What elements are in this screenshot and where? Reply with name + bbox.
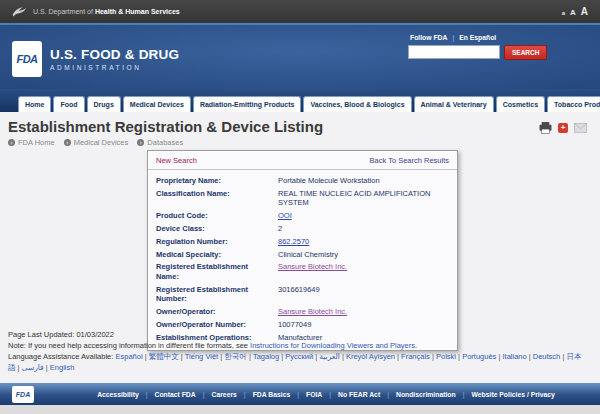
breadcrumb-bullet-icon: › bbox=[64, 139, 71, 146]
language-assistance-label: Language Assistance Available: bbox=[8, 352, 113, 361]
footer-link-contact-fda[interactable]: Contact FDA bbox=[155, 391, 196, 398]
breadcrumb-item-medical-devices[interactable]: ›Medical Devices bbox=[64, 138, 129, 147]
footer-fda-logo[interactable]: FDA bbox=[12, 386, 34, 403]
hhs-eagle-icon bbox=[12, 5, 27, 18]
row-value: Clinical Chemistry bbox=[278, 250, 449, 260]
row-value: 2 bbox=[278, 224, 449, 234]
nav-tab-radiation-emitting-products[interactable]: Radiation-Emitting Products bbox=[193, 96, 302, 112]
language-link-6[interactable]: العربية bbox=[319, 352, 340, 361]
note-suffix: . bbox=[415, 341, 417, 350]
row-value-link[interactable]: Sansure Biotech Inc. bbox=[278, 307, 347, 316]
hhs-department-text: U.S. Department of Health & Human Servic… bbox=[33, 8, 180, 15]
footer-link-separator: | bbox=[203, 391, 205, 398]
nav-tab-drugs[interactable]: Drugs bbox=[87, 96, 121, 112]
language-link-ti-ng-vi-t[interactable]: Tiếng Việt bbox=[185, 352, 218, 361]
language-link-english[interactable]: English bbox=[50, 363, 75, 372]
file-formats-note: Note: If you need help accessing informa… bbox=[8, 341, 586, 352]
follow-fda-link[interactable]: Follow FDA bbox=[410, 34, 447, 41]
language-link-italiano[interactable]: Italiano bbox=[502, 352, 526, 361]
row-label: Regulation Number: bbox=[156, 237, 278, 247]
share-icon[interactable]: + bbox=[558, 123, 568, 133]
row-label: Registered Establishment Number: bbox=[156, 285, 278, 304]
row-value: Sansure Biotech Inc. bbox=[278, 307, 449, 317]
language-link-tagalog[interactable]: Tagalog bbox=[253, 352, 279, 361]
header-links-divider: | bbox=[452, 34, 454, 41]
row-value: Portable Molecule Workstation bbox=[278, 176, 449, 186]
table-row: Device Class:2 bbox=[156, 222, 449, 235]
footer-link-website-policies-privacy[interactable]: Website Policies / Privacy bbox=[471, 391, 554, 398]
nav-tab-medical-devices[interactable]: Medical Devices bbox=[123, 96, 191, 112]
footer-link-nondiscrimination[interactable]: Nondiscrimination bbox=[396, 391, 456, 398]
hhs-branding[interactable]: U.S. Department of Health & Human Servic… bbox=[12, 5, 180, 18]
page-footer: FDA Accessibility|Contact FDA|Careers|FD… bbox=[0, 383, 600, 405]
footer-link-fda-basics[interactable]: FDA Basics bbox=[253, 391, 291, 398]
row-value-link[interactable]: Sansure Biotech Inc. bbox=[278, 262, 347, 271]
nav-tab-tobacco-products[interactable]: Tobacco Products bbox=[547, 96, 600, 112]
nav-tab-home[interactable]: Home bbox=[18, 96, 51, 112]
row-label: Classification Name: bbox=[156, 189, 278, 208]
panel-body: Proprietary Name:Portable Molecule Works… bbox=[148, 170, 457, 350]
agency-name: U.S. FOOD & DRUG ADMINISTRATION bbox=[50, 47, 179, 71]
language-link-3[interactable]: 한국어 bbox=[224, 352, 247, 361]
search-input[interactable] bbox=[408, 45, 500, 59]
bottom-strip bbox=[0, 405, 600, 414]
row-value-link[interactable]: OOI bbox=[278, 211, 292, 220]
table-row: Registered Establishment Name:Sansure Bi… bbox=[156, 261, 449, 283]
breadcrumb-bullet-icon: › bbox=[8, 139, 15, 146]
row-label: Device Class: bbox=[156, 224, 278, 234]
back-to-search-results-link[interactable]: Back To Search Results bbox=[370, 156, 449, 165]
footer-link-foia[interactable]: FOIA bbox=[306, 391, 322, 398]
font-size-controls: a A A bbox=[562, 6, 588, 17]
en-espanol-link[interactable]: En Español bbox=[459, 34, 496, 41]
breadcrumb-item-fda-home[interactable]: ›FDA Home bbox=[8, 138, 55, 147]
language-link-portugu-s[interactable]: Português bbox=[462, 352, 496, 361]
table-row: Owner/Operator:Sansure Biotech Inc. bbox=[156, 306, 449, 319]
new-search-link[interactable]: New Search bbox=[156, 156, 197, 165]
row-label: Owner/Operator Number: bbox=[156, 320, 278, 330]
print-icon[interactable] bbox=[539, 122, 552, 134]
row-value: 862.2570 bbox=[278, 237, 449, 247]
nav-tab-food[interactable]: Food bbox=[53, 96, 84, 112]
viewers-players-link[interactable]: Instructions for Downloading Viewers and… bbox=[250, 341, 415, 350]
email-icon[interactable] bbox=[574, 123, 587, 133]
row-label: Medical Specialty: bbox=[156, 250, 278, 260]
language-link-14[interactable]: فارسی bbox=[22, 363, 44, 372]
language-link-fran-ais[interactable]: Français bbox=[401, 352, 430, 361]
breadcrumb-item-databases[interactable]: ›Databases bbox=[137, 138, 183, 147]
footer-link-no-fear-act[interactable]: No FEAR Act bbox=[338, 391, 380, 398]
search-area: SEARCH bbox=[408, 45, 542, 60]
row-value-link[interactable]: 862.2570 bbox=[278, 237, 309, 246]
language-link-1[interactable]: 繁體中文 bbox=[149, 352, 179, 361]
font-size-medium-button[interactable]: A bbox=[570, 8, 576, 17]
table-row: Regulation Number:862.2570 bbox=[156, 235, 449, 248]
language-link-krey-l-ayisyen[interactable]: Kreyòl Ayisyen bbox=[346, 352, 395, 361]
content-area: Establishment Registration & Device List… bbox=[0, 112, 600, 383]
table-row: Proprietary Name:Portable Molecule Works… bbox=[156, 174, 449, 187]
footer-link-separator: | bbox=[146, 391, 148, 398]
language-link-espa-ol[interactable]: Español bbox=[115, 352, 142, 361]
search-button[interactable]: SEARCH bbox=[504, 45, 547, 60]
footer-links: Accessibility|Contact FDA|Careers|FDA Ba… bbox=[64, 391, 588, 398]
footer-link-separator: | bbox=[463, 391, 465, 398]
language-link-deutsch[interactable]: Deutsch bbox=[533, 352, 561, 361]
page-title: Establishment Registration & Device List… bbox=[8, 118, 592, 135]
nav-tab-vaccines-blood-biologics[interactable]: Vaccines, Blood & Biologics bbox=[303, 96, 411, 112]
font-size-large-button[interactable]: A bbox=[581, 6, 588, 17]
language-link-polski[interactable]: Polski bbox=[436, 352, 456, 361]
table-row: Registered Establishment Number:30166196… bbox=[156, 283, 449, 305]
footer-link-separator: | bbox=[244, 391, 246, 398]
agency-line1: U.S. FOOD & DRUG bbox=[50, 47, 179, 62]
panel-header: New Search Back To Search Results bbox=[148, 151, 457, 170]
nav-tab-animal-veterinary[interactable]: Animal & Veterinary bbox=[414, 96, 494, 112]
footer-link-accessibility[interactable]: Accessibility bbox=[97, 391, 139, 398]
footer-link-careers[interactable]: Careers bbox=[212, 391, 237, 398]
header-links: Follow FDA | En Español bbox=[410, 34, 542, 41]
font-size-small-button[interactable]: a bbox=[562, 10, 565, 16]
footer-link-separator: | bbox=[297, 391, 299, 398]
fda-logo-text: FDA bbox=[16, 53, 37, 65]
page-last-updated: Page Last Updated: 01/03/2022 bbox=[8, 330, 586, 341]
row-label: Registered Establishment Name: bbox=[156, 262, 278, 281]
nav-tab-cosmetics[interactable]: Cosmetics bbox=[496, 96, 545, 112]
fda-logo[interactable]: FDA bbox=[12, 41, 42, 77]
language-link-5[interactable]: Русский bbox=[285, 352, 313, 361]
